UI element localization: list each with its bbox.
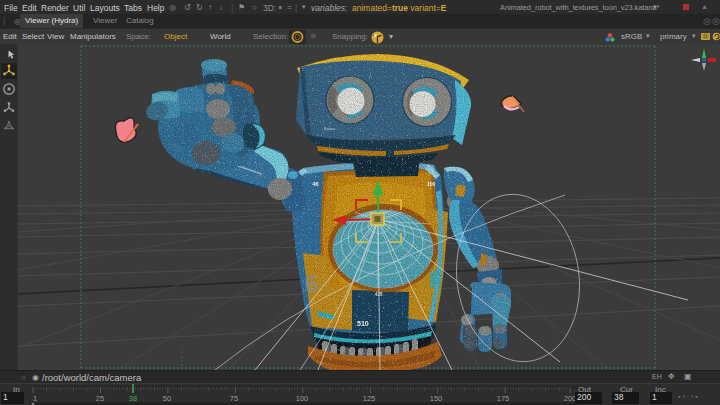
svg-text:100: 100 bbox=[296, 394, 309, 403]
svg-text:125: 125 bbox=[363, 394, 376, 403]
svg-text:428: 428 bbox=[375, 292, 383, 297]
svg-text:75: 75 bbox=[230, 394, 238, 403]
svg-text:38: 38 bbox=[129, 394, 137, 403]
svg-text:Katana: Katana bbox=[324, 127, 335, 131]
svg-text:510: 510 bbox=[357, 320, 369, 327]
svg-text:25: 25 bbox=[96, 394, 104, 403]
svg-text:175: 175 bbox=[497, 394, 510, 403]
svg-text:150: 150 bbox=[430, 394, 443, 403]
svg-text:46: 46 bbox=[312, 181, 319, 187]
svg-text:1: 1 bbox=[33, 394, 37, 403]
svg-text:100: 100 bbox=[427, 181, 436, 187]
svg-text:50: 50 bbox=[163, 394, 171, 403]
